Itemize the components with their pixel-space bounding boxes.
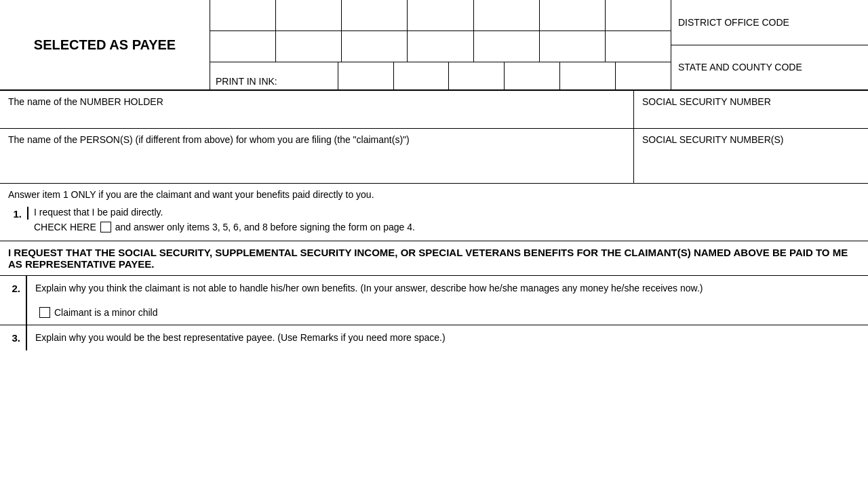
- number-holder-row: The name of the NUMBER HOLDER SOCIAL SEC…: [0, 90, 868, 129]
- form-page: SELECTED AS PAYEE PR: [0, 0, 868, 488]
- item-1-number: 1.: [8, 207, 28, 220]
- district-office-code-label: DISTRICT OFFICE CODE: [678, 17, 789, 28]
- grid-cell-3-2: [338, 62, 394, 89]
- item-2-number: 2.: [0, 276, 27, 325]
- item-3-number: 3.: [0, 325, 27, 350]
- grid-cell-3-3: [394, 62, 450, 89]
- grid-cell-2-4: [408, 31, 473, 62]
- check-here-label: CHECK HERE: [34, 222, 96, 232]
- grid-row-2: [210, 31, 671, 62]
- number-holder-ssn-label: SOCIAL SECURITY NUMBER: [634, 91, 868, 128]
- answer-instruction: Answer item 1 ONLY if you are the claima…: [8, 189, 860, 200]
- grid-row-1: [210, 0, 671, 31]
- check-line: CHECK HERE and answer only items 3, 5, 6…: [34, 222, 860, 232]
- grid-cell-1-5: [474, 0, 540, 30]
- minor-child-label: Claimant is a minor child: [54, 307, 158, 318]
- check-here-checkbox[interactable]: [100, 222, 111, 232]
- grid-cell-1-6: [540, 0, 606, 30]
- item-3-content: Explain why you would be the best repres…: [27, 325, 868, 350]
- grid-cell-2-2: [276, 31, 342, 62]
- minor-check-line: Claimant is a minor child: [35, 307, 860, 318]
- item-2-row: 2. Explain why you think the claimant is…: [0, 276, 868, 325]
- selected-as-payee-label: SELECTED AS PAYEE: [0, 0, 210, 89]
- print-in-ink-label: PRINT IN INK:: [210, 73, 283, 89]
- grid-cell-2-1: [210, 31, 276, 62]
- grid-cell-1-3: [342, 0, 408, 30]
- grid-cell-1-2: [276, 0, 342, 30]
- grid-cell-2-6: [540, 31, 606, 62]
- item-1-text: I request that I be paid directly.: [34, 207, 163, 218]
- claimant-row: The name of the PERSON(S) (if different …: [0, 129, 868, 184]
- claimant-name-label: The name of the PERSON(S) (if different …: [0, 129, 634, 183]
- grid-cell-3-4: [449, 62, 505, 89]
- grid-cell-1-7: [606, 0, 671, 30]
- grid-row-3: PRINT IN INK:: [210, 62, 671, 89]
- number-holder-label: The name of the NUMBER HOLDER: [0, 91, 634, 128]
- grid-cell-1-1: [210, 0, 276, 30]
- check-instruction-label: and answer only items 3, 5, 6, and 8 bef…: [115, 222, 415, 232]
- item-3-text: Explain why you would be the best repres…: [35, 332, 860, 343]
- grid-cell-3-7: [616, 62, 671, 89]
- minor-child-checkbox[interactable]: [39, 307, 50, 318]
- answer-section: Answer item 1 ONLY if you are the claima…: [0, 184, 868, 241]
- item-3-row: 3. Explain why you would be the best rep…: [0, 325, 868, 350]
- right-codes: DISTRICT OFFICE CODE STATE AND COUNTY CO…: [671, 0, 868, 89]
- state-county-code-label: STATE AND COUNTY CODE: [678, 62, 802, 73]
- district-office-code-box: DISTRICT OFFICE CODE: [671, 0, 868, 45]
- grid-cell-2-7: [606, 31, 671, 62]
- item-2-text: Explain why you think the claimant is no…: [35, 283, 860, 293]
- grid-cell-3-6: [560, 62, 616, 89]
- grid-cell-1-4: [408, 0, 473, 30]
- grid-area: PRINT IN INK:: [210, 0, 671, 89]
- grid-cell-3-1: [283, 62, 338, 89]
- grid-cell-2-3: [342, 31, 408, 62]
- grid-cell-3-5: [505, 62, 560, 89]
- top-section: SELECTED AS PAYEE PR: [0, 0, 868, 90]
- bold-request-section: I REQUEST THAT THE SOCIAL SECURITY, SUPP…: [0, 241, 868, 276]
- item-1-row: 1. I request that I be paid directly. CH…: [8, 204, 860, 235]
- grid-cell-2-5: [474, 31, 540, 62]
- item-2-content: Explain why you think the claimant is no…: [27, 276, 868, 325]
- numbered-items: 2. Explain why you think the claimant is…: [0, 276, 868, 350]
- item-1-content: I request that I be paid directly. CHECK…: [34, 207, 860, 232]
- claimant-ssn-label: SOCIAL SECURITY NUMBER(S): [634, 129, 868, 183]
- state-county-code-box: STATE AND COUNTY CODE: [671, 45, 868, 90]
- bold-request-text: I REQUEST THAT THE SOCIAL SECURITY, SUPP…: [8, 247, 848, 270]
